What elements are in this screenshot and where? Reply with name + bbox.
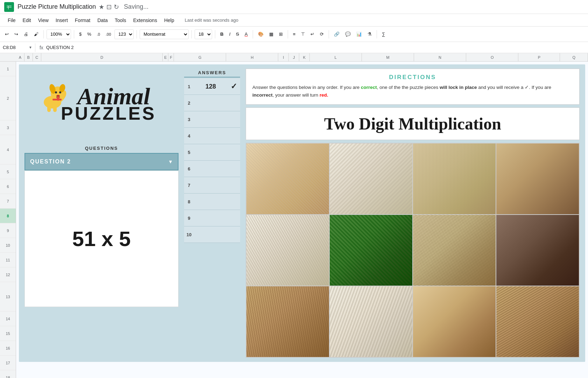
col-a[interactable]: A — [16, 53, 24, 61]
answer-row-3[interactable]: 3 — [184, 111, 240, 128]
row-5[interactable]: 5 — [0, 164, 16, 179]
col-i[interactable]: I — [278, 53, 289, 61]
svg-rect-13 — [53, 106, 57, 112]
answer-row-1[interactable]: 1 128 ✓ — [184, 78, 240, 95]
font-size-select[interactable]: 18 — [195, 29, 212, 39]
row-8[interactable]: 8 — [0, 209, 16, 223]
col-g[interactable]: G — [174, 53, 226, 61]
currency-button[interactable]: $ — [77, 30, 84, 38]
menu-extensions[interactable]: Extensions — [130, 16, 160, 24]
answer-row-7[interactable]: 7 — [184, 177, 240, 194]
row-18[interactable]: 18 — [0, 370, 16, 378]
col-k[interactable]: K — [299, 53, 310, 61]
answer-num-9: 9 — [184, 216, 194, 221]
col-h[interactable]: H — [226, 53, 278, 61]
col-e[interactable]: E — [163, 53, 168, 61]
percent-button[interactable]: % — [85, 30, 93, 38]
col-l[interactable]: L — [310, 53, 362, 61]
answer-row-10[interactable]: 10 — [184, 226, 240, 243]
link-button[interactable]: 🔗 — [332, 30, 342, 38]
row-3[interactable]: 3 — [0, 120, 16, 135]
present-icon[interactable]: ⊡ — [106, 3, 112, 11]
borders-button[interactable]: ▦ — [267, 30, 275, 38]
questions-header: QUESTIONS — [24, 146, 178, 151]
answer-list: 1 128 ✓ 2 3 — [184, 78, 240, 243]
answer-num-4: 4 — [184, 133, 194, 139]
row-4[interactable]: 4 — [0, 135, 16, 164]
fill-color-button[interactable]: 🎨 — [256, 30, 266, 38]
number-format-select[interactable]: 123 — [114, 29, 134, 39]
col-p[interactable]: P — [518, 53, 560, 61]
answer-row-6[interactable]: 6 — [184, 161, 240, 177]
title-actions: ★ ⊡ ↻ Saving... — [99, 3, 148, 11]
strikethrough-button[interactable]: S — [234, 30, 241, 38]
dog-illustration — [38, 78, 70, 114]
row-7[interactable]: 7 — [0, 194, 16, 209]
col-c[interactable]: C — [33, 53, 41, 61]
italic-button[interactable]: I — [227, 30, 233, 38]
print-button[interactable]: 🖨 — [22, 30, 30, 38]
puzzle-cell-7 — [413, 215, 496, 286]
row-15[interactable]: 15 — [0, 326, 16, 341]
row-9[interactable]: 9 — [0, 223, 16, 238]
function-button[interactable]: ∑ — [380, 30, 387, 38]
menu-edit[interactable]: Edit — [19, 16, 35, 24]
undo-button[interactable]: ↩ — [3, 30, 11, 38]
formula-icon: fx — [40, 45, 43, 50]
answer-row-5[interactable]: 5 — [184, 144, 240, 161]
row-12[interactable]: 12 — [0, 267, 16, 282]
menu-view[interactable]: View — [35, 16, 52, 24]
col-n[interactable]: N — [414, 53, 466, 61]
col-f[interactable]: F — [168, 53, 174, 61]
row-6[interactable]: 6 — [0, 179, 16, 194]
bold-button[interactable]: B — [218, 30, 225, 38]
answer-row-4[interactable]: 4 — [184, 128, 240, 144]
menu-tools[interactable]: Tools — [111, 16, 130, 24]
col-b[interactable]: B — [24, 53, 33, 61]
puzzle-grid — [246, 143, 580, 358]
valign-button[interactable]: ⊤ — [299, 30, 307, 38]
col-d[interactable]: D — [41, 53, 163, 61]
decimal2-button[interactable]: .00 — [104, 31, 113, 38]
menu-insert[interactable]: Insert — [52, 16, 71, 24]
col-o[interactable]: O — [466, 53, 518, 61]
chart-button[interactable]: 📊 — [354, 30, 364, 38]
format-paint-button[interactable]: 🖌 — [32, 30, 41, 38]
text-color-button[interactable]: A — [243, 30, 250, 38]
merge-button[interactable]: ⊞ — [277, 30, 285, 38]
menu-data[interactable]: Data — [94, 16, 111, 24]
menu-help[interactable]: Help — [161, 16, 178, 24]
answer-row-2[interactable]: 2 — [184, 95, 240, 111]
align-button[interactable]: ≡ — [291, 30, 298, 38]
textwrap-button[interactable]: ↵ — [308, 30, 316, 38]
row-1[interactable]: 1 — [0, 62, 16, 76]
font-family-select[interactable]: Montserrat — [140, 29, 189, 39]
main-cells: Animal PUZZLES QUESTIONS — [16, 62, 588, 378]
row-13[interactable]: 13 — [0, 282, 16, 312]
separator-8 — [329, 30, 329, 38]
row-2[interactable]: 2 — [0, 76, 16, 120]
row-17[interactable]: 17 — [0, 356, 16, 370]
puzzle-cell-6 — [330, 215, 412, 286]
col-q[interactable]: Q — [560, 53, 588, 61]
col-j[interactable]: J — [289, 53, 299, 61]
col-m[interactable]: M — [362, 53, 414, 61]
row-10[interactable]: 10 — [0, 238, 16, 253]
zoom-select[interactable]: 100% — [47, 29, 71, 39]
star-icon[interactable]: ★ — [99, 3, 104, 11]
comment-button[interactable]: 💬 — [343, 30, 353, 38]
row-16[interactable]: 16 — [0, 341, 16, 356]
redo-button[interactable]: ↪ — [12, 30, 20, 38]
menu-format[interactable]: Format — [71, 16, 94, 24]
answer-num-2: 2 — [184, 100, 194, 106]
answer-row-9[interactable]: 9 — [184, 210, 240, 226]
filter-button[interactable]: ⚗ — [365, 30, 374, 38]
answer-row-8[interactable]: 8 — [184, 194, 240, 210]
question-dropdown[interactable]: QUESTION 2 ▼ — [24, 153, 178, 170]
sync-icon[interactable]: ↻ — [114, 3, 119, 11]
decimal1-button[interactable]: .0 — [95, 31, 102, 38]
row-14[interactable]: 14 — [0, 312, 16, 326]
menu-file[interactable]: File — [4, 16, 19, 24]
rotate-button[interactable]: ⟳ — [318, 30, 326, 38]
row-11[interactable]: 11 — [0, 253, 16, 267]
